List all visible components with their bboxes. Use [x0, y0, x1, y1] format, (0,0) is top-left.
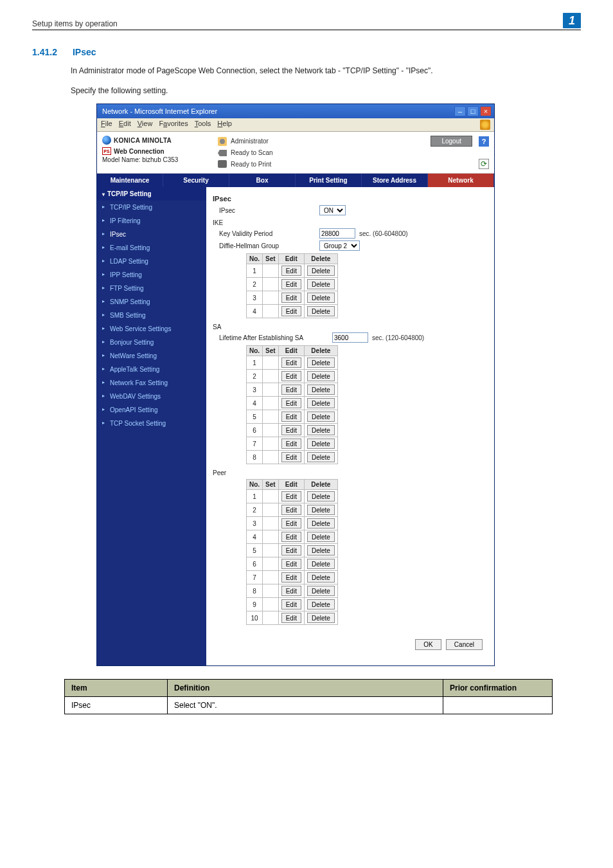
delete-button[interactable]: Delete [307, 532, 335, 542]
window-title: Network - Microsoft Internet Explorer [100, 107, 454, 115]
body-paragraph-2: Specify the following setting. [71, 85, 581, 97]
menu-edit[interactable]: Edit [119, 120, 131, 130]
edit-button[interactable]: Edit [281, 279, 301, 289]
help-icon[interactable]: ? [479, 136, 489, 147]
tab-network[interactable]: Network [428, 174, 494, 187]
peer-table: No. Set Edit Delete 1EditDelete2EditDele… [246, 479, 338, 625]
delete-button[interactable]: Delete [307, 439, 335, 449]
sidebar-item[interactable]: Web Service Settings [97, 322, 206, 336]
tab-security[interactable]: Security [163, 174, 229, 187]
edit-button[interactable]: Edit [281, 266, 301, 276]
delete-button[interactable]: Delete [307, 384, 335, 395]
maximize-icon[interactable]: □ [467, 106, 479, 116]
delete-button[interactable]: Delete [307, 491, 335, 502]
sidebar-item[interactable]: IP Filtering [97, 214, 206, 228]
sa-input[interactable] [332, 332, 368, 343]
table-row: 4EditDelete [247, 397, 338, 410]
cancel-button[interactable]: Cancel [446, 639, 483, 650]
edit-button[interactable]: Edit [281, 572, 301, 583]
menu-file[interactable]: File [101, 120, 112, 130]
menu-view[interactable]: View [138, 120, 153, 130]
sidebar-item[interactable]: IPsec [97, 228, 206, 241]
td-prior [443, 697, 553, 714]
globe-icon [102, 136, 111, 145]
ok-button[interactable]: OK [415, 639, 441, 650]
edit-button[interactable]: Edit [281, 357, 301, 368]
delete-button[interactable]: Delete [307, 452, 335, 462]
delete-button[interactable]: Delete [307, 572, 335, 583]
edit-button[interactable]: Edit [281, 586, 301, 596]
sidebar: TCP/IP Setting TCP/IP SettingIP Filterin… [97, 187, 206, 665]
edit-button[interactable]: Edit [281, 491, 301, 502]
kvp-input[interactable] [319, 228, 355, 239]
edit-button[interactable]: Edit [281, 545, 301, 556]
sidebar-item[interactable]: LDAP Setting [97, 255, 206, 268]
table-row: 8EditDelete [247, 584, 338, 598]
tab-store-address[interactable]: Store Address [362, 174, 428, 187]
tab-maintenance[interactable]: Maintenance [97, 174, 163, 187]
sidebar-item[interactable]: WebDAV Settings [97, 390, 206, 403]
delete-button[interactable]: Delete [307, 357, 335, 368]
td-item: IPsec [65, 697, 168, 714]
sidebar-item[interactable]: OpenAPI Setting [97, 403, 206, 417]
tab-box[interactable]: Box [229, 174, 296, 187]
edit-button[interactable]: Edit [281, 371, 301, 381]
sidebar-item[interactable]: TCP Socket Setting [97, 417, 206, 430]
menu-tools[interactable]: Tools [195, 120, 211, 130]
sidebar-item[interactable]: E-mail Setting [97, 241, 206, 255]
minimize-icon[interactable]: – [454, 106, 466, 116]
delete-button[interactable]: Delete [307, 398, 335, 408]
edit-button[interactable]: Edit [281, 384, 301, 395]
sa-heading: SA [213, 323, 488, 330]
close-icon[interactable]: × [480, 106, 492, 116]
edit-button[interactable]: Edit [281, 559, 301, 569]
edit-button[interactable]: Edit [281, 518, 301, 529]
edit-button[interactable]: Edit [281, 411, 301, 422]
tab-bar: Maintenance Security Box Print Setting S… [97, 174, 494, 187]
delete-button[interactable]: Delete [307, 425, 335, 435]
sidebar-item[interactable]: TCP/IP Setting [97, 201, 206, 214]
delete-button[interactable]: Delete [307, 279, 335, 289]
edit-button[interactable]: Edit [281, 306, 301, 316]
sa-table: No. Set Edit Delete 1EditDelete2EditDele… [246, 345, 338, 464]
menu-favorites[interactable]: Favorites [159, 120, 188, 130]
edit-button[interactable]: Edit [281, 293, 301, 303]
delete-button[interactable]: Delete [307, 613, 335, 623]
delete-button[interactable]: Delete [307, 586, 335, 596]
delete-button[interactable]: Delete [307, 518, 335, 529]
delete-button[interactable]: Delete [307, 559, 335, 569]
delete-button[interactable]: Delete [307, 306, 335, 316]
table-row: 6EditDelete [247, 557, 338, 571]
delete-button[interactable]: Delete [307, 505, 335, 515]
edit-button[interactable]: Edit [281, 398, 301, 408]
delete-button[interactable]: Delete [307, 293, 335, 303]
sidebar-item[interactable]: NetWare Setting [97, 349, 206, 363]
edit-button[interactable]: Edit [281, 452, 301, 462]
edit-button[interactable]: Edit [281, 505, 301, 515]
ipsec-select[interactable]: ON [319, 205, 346, 215]
sidebar-item[interactable]: IPP Setting [97, 268, 206, 282]
delete-button[interactable]: Delete [307, 411, 335, 422]
refresh-icon[interactable]: ⟳ [479, 159, 489, 169]
sidebar-item[interactable]: Network Fax Setting [97, 376, 206, 390]
delete-button[interactable]: Delete [307, 599, 335, 610]
menu-help[interactable]: Help [217, 120, 232, 130]
chapter-badge: 1 [563, 13, 581, 28]
sidebar-item[interactable]: SMB Setting [97, 309, 206, 322]
tab-print-setting[interactable]: Print Setting [296, 174, 362, 187]
delete-button[interactable]: Delete [307, 266, 335, 276]
delete-button[interactable]: Delete [307, 545, 335, 556]
edit-button[interactable]: Edit [281, 599, 301, 610]
sidebar-item[interactable]: Bonjour Setting [97, 336, 206, 349]
edit-button[interactable]: Edit [281, 425, 301, 435]
edit-button[interactable]: Edit [281, 613, 301, 623]
sidebar-item[interactable]: AppleTalk Setting [97, 363, 206, 376]
sidebar-group-tcpip[interactable]: TCP/IP Setting [97, 187, 206, 201]
sidebar-item[interactable]: FTP Setting [97, 282, 206, 295]
edit-button[interactable]: Edit [281, 532, 301, 542]
logout-button[interactable]: Logout [431, 136, 472, 147]
delete-button[interactable]: Delete [307, 371, 335, 381]
edit-button[interactable]: Edit [281, 439, 301, 449]
dh-select[interactable]: Group 2 [319, 240, 360, 251]
sidebar-item[interactable]: SNMP Setting [97, 295, 206, 309]
